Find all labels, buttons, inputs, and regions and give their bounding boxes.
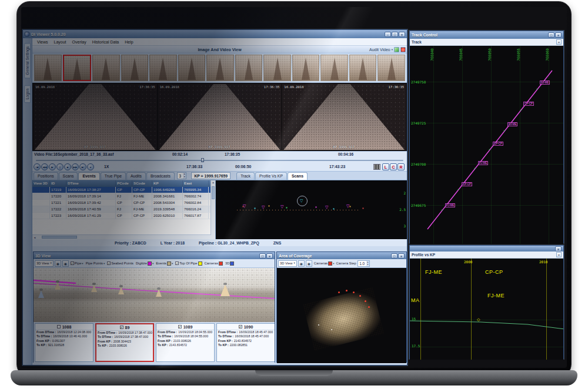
event-cone-marker[interactable] [38, 290, 44, 298]
col-id[interactable]: ID [50, 180, 66, 187]
event-cone-marker[interactable] [156, 289, 162, 297]
toggle-cameras[interactable]: Cameras [204, 261, 224, 266]
col-dtime[interactable]: DTime [66, 180, 116, 187]
camera-step-spinner[interactable]: 1.0 ▲ ▼ [358, 260, 370, 267]
table-row-selected[interactable]: 17219 16/09/2018 17:38:27 CP CP-CP 1996.… [32, 187, 211, 193]
menu-historical-data[interactable]: Historical Data [89, 40, 122, 44]
event-card[interactable]: 1088 From DTime :16/09/2018 12:24:08.000… [35, 323, 93, 362]
film-thumbnail-selected[interactable] [63, 55, 92, 81]
col-kp[interactable]: KP [152, 180, 183, 187]
events-spinner[interactable]: 3 ▲ ▼ [177, 172, 186, 179]
checkbox-checked-icon[interactable]: ✓ [120, 326, 123, 329]
close-button[interactable]: × [398, 253, 405, 259]
event-cone-marker[interactable] [55, 282, 61, 290]
close-button[interactable]: × [266, 253, 273, 259]
table-row[interactable]: 17221 16/09/2018 17:39:42 CP CP-CP 2008.… [32, 200, 211, 206]
video-icon[interactable] [394, 47, 399, 52]
menu-overlay[interactable]: Overlay [69, 40, 89, 44]
tab-scans-right[interactable]: Scans [288, 172, 308, 180]
close-icon[interactable]: × [556, 252, 562, 257]
eye-icon[interactable]: ◉ [298, 260, 305, 267]
checkbox-checked-icon[interactable]: ✓ [178, 325, 182, 328]
toggle-events[interactable]: Events ▾ [155, 261, 173, 266]
maximize-button[interactable]: □ [391, 253, 397, 259]
audio-right-button[interactable]: R [397, 163, 405, 170]
film-thumbnail[interactable] [178, 55, 206, 81]
film-thumbnail[interactable] [235, 55, 263, 81]
record-icon[interactable] [400, 47, 406, 52]
checkbox-checked-icon[interactable]: ✓ [71, 261, 74, 265]
tab-profile-vs-kp[interactable]: Profile Vs KP [255, 172, 287, 180]
eye-icon[interactable]: ◉ [62, 260, 69, 267]
toggle-pipe-points[interactable]: Pipe Points ▾ [85, 261, 106, 265]
cameras-swatch[interactable] [219, 261, 223, 266]
scroll-left-icon[interactable]: ◂ [32, 236, 37, 239]
audio-left-button[interactable]: L [382, 163, 389, 170]
fast-forward-button[interactable]: ▶▶ [72, 163, 79, 170]
table-row[interactable]: 17223 16/09/2018 17:41:29 CP CP-CP 2020.… [32, 213, 211, 219]
eye-icon[interactable]: ◉ [55, 260, 61, 267]
skip-start-button[interactable]: |◀ [34, 163, 41, 170]
col-view3d[interactable]: View 3D [32, 180, 50, 187]
track-chart[interactable]: 766040 766045 766050 766055 766060 27497… [410, 46, 563, 244]
film-icon[interactable] [373, 164, 380, 170]
dock-tab-logon[interactable]: Logon [24, 85, 31, 103]
menu-layout[interactable]: Layout [51, 40, 69, 44]
chevron-down-icon[interactable]: ▾ [392, 48, 393, 51]
film-thumbnail[interactable] [92, 55, 120, 81]
toggle-seabed-points[interactable]: ✓ Seabed Points [106, 261, 134, 265]
close-icon[interactable]: × [556, 39, 562, 45]
coverage-viewport[interactable] [277, 268, 406, 363]
toggle-cameras[interactable]: Cameras ▾ [313, 261, 335, 266]
menu-help[interactable]: Help [122, 40, 136, 44]
threed-swatch[interactable] [230, 261, 234, 266]
video-frame-left[interactable]: 16.09.2018 17:36:35 KP 1999.917 [34, 84, 157, 150]
maximize-button[interactable]: □ [392, 32, 398, 37]
toggle-pipe[interactable]: ✓ Pipe ▾ [70, 261, 84, 265]
tab-positions[interactable]: Positions [34, 172, 58, 180]
scroll-up-icon[interactable]: ▴ [212, 180, 214, 184]
checkbox-checked-icon[interactable]: ✓ [175, 261, 179, 265]
seek-track[interactable] [36, 160, 403, 161]
film-thumbnail[interactable] [292, 55, 320, 81]
event-card[interactable]: ✓ 1090 From DTime :16/09/2018 18:45:47.0… [216, 323, 275, 362]
event-cone-marker[interactable] [91, 284, 97, 292]
close-button[interactable]: × [399, 32, 405, 37]
film-thumbnail[interactable] [377, 55, 405, 81]
skip-end-button[interactable]: ▶| [79, 163, 86, 170]
top-of-pipe-swatch[interactable] [198, 261, 202, 266]
film-thumbnail[interactable] [121, 55, 149, 81]
film-thumbnail[interactable] [349, 55, 377, 81]
eye-icon[interactable]: ◉ [306, 260, 312, 267]
film-thumbnail[interactable] [263, 55, 291, 81]
minimize-button[interactable]: – [385, 32, 391, 37]
tab-true-pipe[interactable]: True Pipe [101, 172, 126, 180]
tab-track[interactable]: Track [236, 172, 255, 180]
scan-view[interactable]: 2 2.5 3 ▽ ▽ ▽ ▽ ▽ ▽ [216, 180, 407, 239]
col-scode[interactable]: SCode [132, 180, 152, 187]
events-swatch[interactable] [167, 261, 171, 266]
event-card[interactable]: ✓ 1089 From DTime :16/09/2018 18:04:55.0… [156, 323, 215, 362]
cameras-swatch[interactable] [328, 261, 332, 266]
tab-audits[interactable]: Audits [126, 172, 146, 180]
scroll-thumb[interactable] [212, 186, 215, 199]
vertical-scrollbar[interactable]: ▴ [211, 180, 215, 239]
video-frame-center[interactable]: 16.09.2018 17:36:35 KP 1999.917 [158, 84, 282, 150]
video-frame-right[interactable]: 16.09.2018 17:36:35 KP 1999.917 [282, 84, 406, 150]
horizontal-scrollbar[interactable]: ◂ [32, 234, 211, 239]
event-cone-marker[interactable] [118, 287, 124, 294]
event-card-selected[interactable]: ✓ 89 From DTime :16/09/2018 17:38:47.000… [95, 323, 154, 362]
pause-button[interactable]: || [56, 163, 64, 170]
spin-down-icon[interactable]: ▼ [367, 263, 369, 266]
col-pcode[interactable]: PCode [116, 180, 132, 187]
close-button[interactable]: × [555, 32, 562, 38]
record-button[interactable]: ● [87, 163, 94, 170]
toggle-3d[interactable]: 3D [225, 261, 235, 266]
close-button[interactable]: × [555, 246, 562, 251]
checkbox-unchecked[interactable] [57, 325, 61, 328]
scroll-thumb[interactable] [42, 236, 77, 239]
stop-button[interactable]: ■ [64, 163, 71, 170]
tab-scans[interactable]: Scans [59, 172, 78, 180]
table-row[interactable]: 17222 16/09/2018 17:40:59 FJ FJ-ME 2019.… [32, 206, 211, 213]
table-row[interactable]: 17220 16/09/2018 17:39:14 FJ FJ-ME 2008.… [32, 193, 211, 200]
